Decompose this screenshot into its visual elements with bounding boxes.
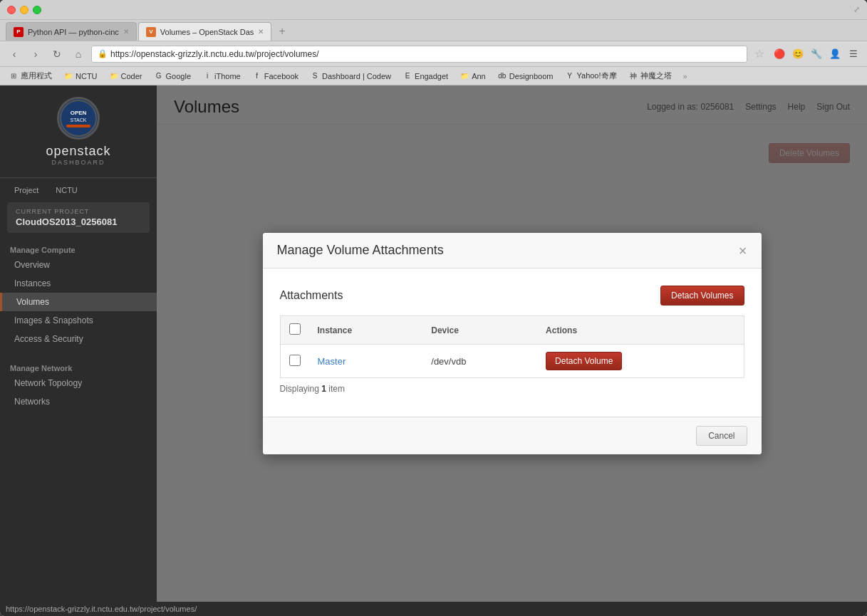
bookmark-designboom-label: Designboom xyxy=(509,72,554,80)
maximize-window-button[interactable] xyxy=(33,6,41,14)
yahoo-icon: Y xyxy=(565,71,575,81)
select-all-checkbox[interactable] xyxy=(289,323,301,335)
ann-icon: 📁 xyxy=(460,71,469,81)
modal-header: Manage Volume Attachments × xyxy=(263,233,762,268)
tools-icon[interactable]: 🔧 xyxy=(809,46,824,62)
home-button[interactable]: ⌂ xyxy=(70,46,87,63)
main-area: OPEN STACK openstack DASHBOARD Project N… xyxy=(0,85,867,602)
manage-compute-section: Manage Compute Overview Instances Volume… xyxy=(0,236,157,354)
tab-volumes[interactable]: V Volumes – OpenStack Das ✕ xyxy=(138,22,271,41)
bookmark-engadget[interactable]: E Engadget xyxy=(400,70,451,83)
table-cell-instance: Master xyxy=(309,345,423,378)
apps-grid-icon: ⊞ xyxy=(9,71,19,81)
bookmark-shenmotower[interactable]: 神 神魔之塔 xyxy=(625,69,675,83)
back-button[interactable]: ‹ xyxy=(6,46,23,63)
tab-close-python[interactable]: ✕ xyxy=(123,28,129,36)
address-input[interactable]: 🔒 https://openstack-grizzly.it.nctu.edu.… xyxy=(91,46,747,63)
bookmark-google[interactable]: G Google xyxy=(151,70,194,83)
bookmarks-bar: ⊞ 應用程式 📁 NCTU 📁 Coder G Google i iThome … xyxy=(0,67,867,85)
sidebar-item-volumes[interactable]: Volumes xyxy=(0,293,157,311)
table-header-instance: Instance xyxy=(309,316,423,345)
modal-close-button[interactable]: × xyxy=(739,244,747,258)
address-bar: ‹ › ↻ ⌂ 🔒 https://openstack-grizzly.it.n… xyxy=(0,41,867,67)
table-header-device: Device xyxy=(422,316,537,345)
reload-button[interactable]: ↻ xyxy=(48,46,66,63)
bookmark-facebook[interactable]: f Facebook xyxy=(249,70,301,83)
table-header-checkbox xyxy=(280,316,309,345)
sidebar: OPEN STACK openstack DASHBOARD Project N… xyxy=(0,85,157,602)
detach-volumes-button[interactable]: Detach Volumes xyxy=(660,286,744,306)
user-icon[interactable]: 👤 xyxy=(827,46,843,62)
bookmark-apps[interactable]: ⊞ 應用程式 xyxy=(6,69,55,83)
tab-favicon-volumes: V xyxy=(146,27,156,37)
logo-circle: OPEN STACK xyxy=(57,97,100,140)
traffic-lights xyxy=(7,6,41,14)
item-label: item xyxy=(328,384,345,394)
bookmark-apps-label: 應用程式 xyxy=(21,71,52,81)
ithome-icon: i xyxy=(202,71,212,81)
table-row: Master /dev/vdb Detach Volume xyxy=(280,345,744,378)
extensions-icon[interactable]: 🔴 xyxy=(772,46,787,62)
face-icon[interactable]: 😊 xyxy=(790,46,806,62)
minimize-window-button[interactable] xyxy=(20,6,28,14)
bookmark-ithome[interactable]: i iThome xyxy=(199,70,244,83)
bookmark-star-button[interactable]: ☆ xyxy=(752,47,767,61)
openstack-logo-svg: OPEN STACK xyxy=(59,99,98,137)
cancel-button[interactable]: Cancel xyxy=(696,426,747,446)
forward-button[interactable]: › xyxy=(27,46,44,63)
modal-title: Manage Volume Attachments xyxy=(277,243,444,258)
bookmark-folder-icon: 📁 xyxy=(63,71,73,81)
current-project-name: CloudOS2013_0256081 xyxy=(16,216,141,227)
instance-link[interactable]: Master xyxy=(318,356,346,367)
tab-bar: P Python API — python-cinc ✕ V Volumes –… xyxy=(0,20,867,41)
browser-frame: ⤢ P Python API — python-cinc ✕ V Volumes… xyxy=(0,0,867,616)
table-cell-actions: Detach Volume xyxy=(537,345,744,378)
displaying-count-text: Displaying 1 item xyxy=(280,378,744,400)
detach-volume-button[interactable]: Detach Volume xyxy=(546,352,622,370)
sidebar-tab-project[interactable]: Project xyxy=(7,184,46,197)
bookmark-dashboard[interactable]: S Dashboard | Codew xyxy=(307,70,394,83)
new-tab-button[interactable]: + xyxy=(273,22,291,41)
sidebar-item-instances[interactable]: Instances xyxy=(0,274,157,293)
svg-text:OPEN: OPEN xyxy=(71,110,87,116)
attachments-table: Instance Device Actions xyxy=(280,315,744,378)
sidebar-item-networks[interactable]: Networks xyxy=(0,392,157,411)
table-cell-checkbox xyxy=(280,345,309,378)
bookmark-nctu-label: NCTU xyxy=(76,72,98,80)
bookmark-designboom[interactable]: db Designboom xyxy=(494,70,556,83)
modal-section-title: Attachments xyxy=(280,289,343,302)
more-bookmarks-button[interactable]: » xyxy=(683,72,687,80)
svg-text:STACK: STACK xyxy=(71,118,87,122)
item-count: 1 xyxy=(321,384,326,394)
bookmark-ithome-label: iThome xyxy=(214,72,241,80)
row-checkbox[interactable] xyxy=(289,355,301,366)
bookmark-nctu[interactable]: 📁 NCTU xyxy=(61,70,100,83)
google-icon: G xyxy=(154,71,164,81)
tab-python-api[interactable]: P Python API — python-cinc ✕ xyxy=(6,22,137,41)
title-bar: ⤢ xyxy=(0,0,867,20)
sidebar-item-access-security[interactable]: Access & Security xyxy=(0,330,157,348)
bookmark-yahoo[interactable]: Y Yahoo!奇摩 xyxy=(562,69,620,83)
close-window-button[interactable] xyxy=(7,6,16,14)
bookmark-ann[interactable]: 📁 Ann xyxy=(457,70,489,83)
content-area: Volumes Logged in as: 0256081 Settings H… xyxy=(157,85,867,602)
designboom-icon: db xyxy=(497,71,507,81)
modal-footer: Cancel xyxy=(263,417,762,454)
facebook-icon: f xyxy=(252,71,262,81)
openstack-subtitle: DASHBOARD xyxy=(51,159,105,166)
bookmark-ann-label: Ann xyxy=(472,72,486,80)
sidebar-tab-nctu[interactable]: NCTU xyxy=(48,184,85,197)
sidebar-item-network-topology[interactable]: Network Topology xyxy=(0,374,157,392)
table-cell-device: /dev/vdb xyxy=(422,345,537,378)
modal-overlay: Manage Volume Attachments × Attachments … xyxy=(157,85,867,602)
menu-icon[interactable]: ☰ xyxy=(846,46,861,62)
current-project-label: CURRENT PROJECT xyxy=(16,208,141,215)
displaying-label: Displaying xyxy=(280,384,319,394)
bookmark-shenmotower-label: 神魔之塔 xyxy=(640,71,672,81)
tab-close-volumes[interactable]: ✕ xyxy=(258,28,264,36)
bookmark-coder[interactable]: 📁 Coder xyxy=(106,70,145,83)
toolbar-icons: 🔴 😊 🔧 👤 ☰ xyxy=(772,46,861,62)
bookmark-dashboard-label: Dashboard | Codew xyxy=(322,72,391,80)
sidebar-item-images-snapshots[interactable]: Images & Snapshots xyxy=(0,311,157,330)
sidebar-item-overview[interactable]: Overview xyxy=(0,256,157,274)
